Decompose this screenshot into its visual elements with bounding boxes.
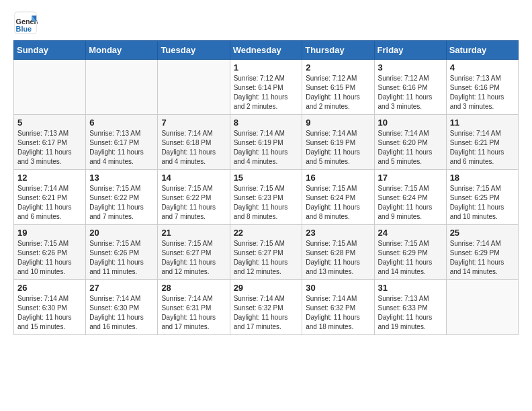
calendar-cell: 13Sunrise: 7:15 AM Sunset: 6:22 PM Dayli…: [86, 170, 158, 225]
calendar-cell: 1Sunrise: 7:12 AM Sunset: 6:14 PM Daylig…: [230, 60, 302, 115]
day-number: 16: [306, 173, 370, 183]
day-number: 14: [161, 173, 226, 183]
calendar-table: SundayMondayTuesdayWednesdayThursdayFrid…: [13, 40, 519, 335]
calendar-cell: 12Sunrise: 7:14 AM Sunset: 6:21 PM Dayli…: [14, 170, 86, 225]
day-number: 11: [450, 118, 515, 128]
day-info: Sunrise: 7:12 AM Sunset: 6:15 PM Dayligh…: [306, 74, 370, 111]
calendar-week-3: 12Sunrise: 7:14 AM Sunset: 6:21 PM Dayli…: [14, 170, 519, 225]
day-number: 1: [234, 62, 299, 73]
day-number: 13: [89, 173, 154, 183]
day-info: Sunrise: 7:15 AM Sunset: 6:27 PM Dayligh…: [234, 239, 299, 277]
calendar-cell: 31Sunrise: 7:13 AM Sunset: 6:33 PM Dayli…: [374, 280, 446, 335]
day-info: Sunrise: 7:14 AM Sunset: 6:29 PM Dayligh…: [450, 239, 515, 277]
day-info: Sunrise: 7:13 AM Sunset: 6:33 PM Dayligh…: [378, 294, 443, 332]
day-info: Sunrise: 7:14 AM Sunset: 6:30 PM Dayligh…: [89, 294, 154, 332]
calendar-week-4: 19Sunrise: 7:15 AM Sunset: 6:26 PM Dayli…: [14, 225, 519, 280]
calendar-cell: 3Sunrise: 7:12 AM Sunset: 6:16 PM Daylig…: [374, 60, 446, 115]
day-number: 22: [234, 228, 299, 238]
day-number: 7: [161, 118, 226, 128]
calendar-header-monday: Monday: [86, 41, 158, 60]
svg-text:Blue: Blue: [16, 25, 32, 33]
logo-icon: General Blue: [13, 11, 38, 35]
calendar-cell: 15Sunrise: 7:15 AM Sunset: 6:23 PM Dayli…: [230, 170, 302, 225]
day-info: Sunrise: 7:15 AM Sunset: 6:22 PM Dayligh…: [89, 184, 154, 222]
day-number: 19: [17, 228, 82, 238]
day-number: 28: [161, 283, 226, 293]
calendar-cell: 27Sunrise: 7:14 AM Sunset: 6:30 PM Dayli…: [86, 280, 158, 335]
calendar-cell: 29Sunrise: 7:14 AM Sunset: 6:32 PM Dayli…: [230, 280, 302, 335]
day-info: Sunrise: 7:14 AM Sunset: 6:19 PM Dayligh…: [306, 129, 370, 167]
day-info: Sunrise: 7:13 AM Sunset: 6:17 PM Dayligh…: [17, 129, 82, 167]
calendar-cell: [86, 60, 158, 115]
day-number: 20: [89, 228, 154, 238]
day-number: 6: [89, 118, 154, 128]
day-number: 27: [89, 283, 154, 293]
calendar-cell: 23Sunrise: 7:15 AM Sunset: 6:28 PM Dayli…: [302, 225, 374, 280]
day-info: Sunrise: 7:14 AM Sunset: 6:18 PM Dayligh…: [161, 129, 226, 167]
day-number: 17: [378, 173, 443, 183]
page-header: General Blue: [13, 11, 519, 35]
calendar-cell: 4Sunrise: 7:13 AM Sunset: 6:16 PM Daylig…: [446, 60, 518, 115]
calendar-header-row: SundayMondayTuesdayWednesdayThursdayFrid…: [14, 41, 519, 60]
calendar-header-sunday: Sunday: [14, 41, 86, 60]
day-info: Sunrise: 7:13 AM Sunset: 6:17 PM Dayligh…: [89, 129, 154, 167]
day-info: Sunrise: 7:13 AM Sunset: 6:16 PM Dayligh…: [450, 74, 515, 111]
calendar-cell: 26Sunrise: 7:14 AM Sunset: 6:30 PM Dayli…: [14, 280, 86, 335]
calendar-header-tuesday: Tuesday: [158, 41, 230, 60]
calendar-cell: 16Sunrise: 7:15 AM Sunset: 6:24 PM Dayli…: [302, 170, 374, 225]
day-number: 9: [306, 118, 370, 128]
day-number: 23: [306, 228, 370, 238]
day-info: Sunrise: 7:15 AM Sunset: 6:27 PM Dayligh…: [161, 239, 226, 277]
day-info: Sunrise: 7:15 AM Sunset: 6:24 PM Dayligh…: [378, 184, 443, 222]
day-info: Sunrise: 7:14 AM Sunset: 6:20 PM Dayligh…: [378, 129, 443, 167]
day-number: 4: [450, 62, 515, 73]
calendar-cell: 17Sunrise: 7:15 AM Sunset: 6:24 PM Dayli…: [374, 170, 446, 225]
day-info: Sunrise: 7:12 AM Sunset: 6:16 PM Dayligh…: [378, 74, 443, 111]
day-number: 8: [234, 118, 299, 128]
calendar-cell: 21Sunrise: 7:15 AM Sunset: 6:27 PM Dayli…: [158, 225, 230, 280]
calendar-cell: 7Sunrise: 7:14 AM Sunset: 6:18 PM Daylig…: [158, 115, 230, 170]
calendar-cell: 20Sunrise: 7:15 AM Sunset: 6:26 PM Dayli…: [86, 225, 158, 280]
calendar-header-friday: Friday: [374, 41, 446, 60]
calendar-cell: 25Sunrise: 7:14 AM Sunset: 6:29 PM Dayli…: [446, 225, 518, 280]
day-number: 10: [378, 118, 443, 128]
calendar-cell: [446, 280, 518, 335]
day-number: 15: [234, 173, 299, 183]
day-info: Sunrise: 7:12 AM Sunset: 6:14 PM Dayligh…: [234, 74, 299, 111]
day-info: Sunrise: 7:15 AM Sunset: 6:22 PM Dayligh…: [161, 184, 226, 222]
day-info: Sunrise: 7:14 AM Sunset: 6:31 PM Dayligh…: [161, 294, 226, 332]
calendar-week-1: 1Sunrise: 7:12 AM Sunset: 6:14 PM Daylig…: [14, 60, 519, 115]
day-info: Sunrise: 7:14 AM Sunset: 6:21 PM Dayligh…: [450, 129, 515, 167]
calendar-cell: 14Sunrise: 7:15 AM Sunset: 6:22 PM Dayli…: [158, 170, 230, 225]
calendar-cell: 24Sunrise: 7:15 AM Sunset: 6:29 PM Dayli…: [374, 225, 446, 280]
day-info: Sunrise: 7:14 AM Sunset: 6:21 PM Dayligh…: [17, 184, 82, 222]
calendar-cell: 11Sunrise: 7:14 AM Sunset: 6:21 PM Dayli…: [446, 115, 518, 170]
day-info: Sunrise: 7:15 AM Sunset: 6:23 PM Dayligh…: [234, 184, 299, 222]
day-info: Sunrise: 7:15 AM Sunset: 6:26 PM Dayligh…: [17, 239, 82, 277]
day-number: 30: [306, 283, 370, 293]
day-info: Sunrise: 7:15 AM Sunset: 6:24 PM Dayligh…: [306, 184, 370, 222]
day-info: Sunrise: 7:14 AM Sunset: 6:32 PM Dayligh…: [306, 294, 370, 332]
calendar-cell: 6Sunrise: 7:13 AM Sunset: 6:17 PM Daylig…: [86, 115, 158, 170]
day-number: 26: [17, 283, 82, 293]
calendar-cell: 30Sunrise: 7:14 AM Sunset: 6:32 PM Dayli…: [302, 280, 374, 335]
calendar-cell: 2Sunrise: 7:12 AM Sunset: 6:15 PM Daylig…: [302, 60, 374, 115]
calendar-cell: 28Sunrise: 7:14 AM Sunset: 6:31 PM Dayli…: [158, 280, 230, 335]
calendar-cell: [158, 60, 230, 115]
calendar-header-thursday: Thursday: [302, 41, 374, 60]
day-number: 18: [450, 173, 515, 183]
day-info: Sunrise: 7:14 AM Sunset: 6:32 PM Dayligh…: [234, 294, 299, 332]
day-number: 21: [161, 228, 226, 238]
calendar-header-saturday: Saturday: [446, 41, 518, 60]
day-number: 29: [234, 283, 299, 293]
day-info: Sunrise: 7:15 AM Sunset: 6:29 PM Dayligh…: [378, 239, 443, 277]
calendar-cell: 10Sunrise: 7:14 AM Sunset: 6:20 PM Dayli…: [374, 115, 446, 170]
day-info: Sunrise: 7:15 AM Sunset: 6:28 PM Dayligh…: [306, 239, 370, 277]
day-number: 24: [378, 228, 443, 238]
calendar-cell: 18Sunrise: 7:15 AM Sunset: 6:25 PM Dayli…: [446, 170, 518, 225]
day-number: 12: [17, 173, 82, 183]
day-info: Sunrise: 7:15 AM Sunset: 6:25 PM Dayligh…: [450, 184, 515, 222]
logo: General Blue: [13, 11, 38, 35]
calendar-cell: 19Sunrise: 7:15 AM Sunset: 6:26 PM Dayli…: [14, 225, 86, 280]
calendar-cell: 5Sunrise: 7:13 AM Sunset: 6:17 PM Daylig…: [14, 115, 86, 170]
